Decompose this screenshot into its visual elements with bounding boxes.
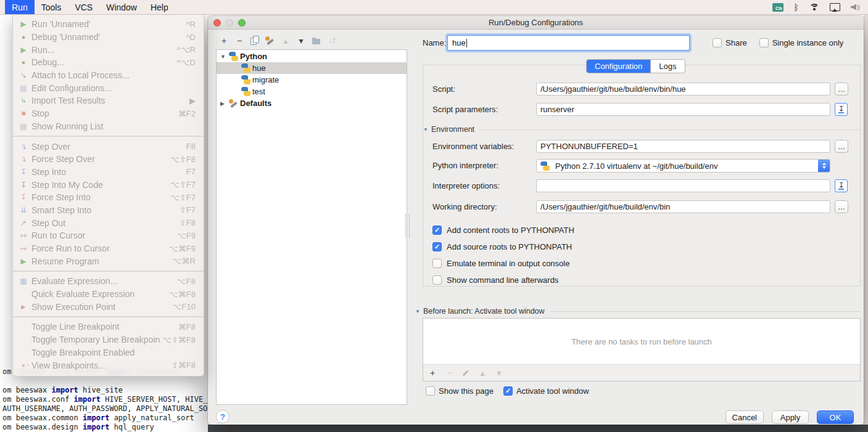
tasks-toolbar-button[interactable]: + (428, 369, 437, 377)
tree-toolbar-button[interactable]: ▾ (296, 35, 307, 46)
python-interpreter-label: Python interpreter: (432, 161, 498, 170)
menu-item[interactable]: Show Running List (13, 120, 204, 133)
menubar-item[interactable]: Run (5, 0, 35, 14)
working-directory-browse-button[interactable]: … (835, 200, 848, 213)
checkbox[interactable] (432, 259, 442, 268)
wifi-icon[interactable] (809, 4, 819, 11)
volume-icon[interactable]: )) (851, 4, 859, 10)
environment-variables-browse-button[interactable]: … (835, 140, 848, 153)
tree-row[interactable]: hue (217, 62, 407, 74)
tree-row[interactable]: ▶ Defaults (217, 97, 407, 109)
menu-item-label: Step Out (31, 218, 177, 228)
airplay-icon[interactable] (830, 3, 840, 11)
menu-item[interactable]: Force Step Into ⌥⇧F7 (13, 191, 204, 204)
interpreter-options-input[interactable] (536, 179, 830, 192)
collapse-triangle-icon[interactable]: ▼ (423, 127, 428, 132)
menu-item[interactable]: Smart Step Into ⇧F7 (13, 204, 204, 217)
tree-toolbar-button[interactable] (265, 35, 276, 46)
tasks-toolbar-button[interactable]: ▾ (495, 369, 503, 377)
menubar-item[interactable]: Tools (35, 0, 68, 14)
environment-variables-input[interactable]: PYTHONUNBUFFERED=1 (536, 140, 830, 153)
menu-item[interactable]: Run to Cursor ⌥F9 (13, 229, 204, 242)
checkbox[interactable] (432, 242, 442, 251)
menubar-item[interactable]: Window (99, 0, 144, 14)
checkbox[interactable] (432, 275, 442, 285)
menubar-item[interactable]: Help (144, 0, 175, 14)
script-input[interactable]: /Users/jgauthier/git/hue/build/env/bin/h… (536, 83, 830, 96)
menubar-item[interactable]: VCS (68, 0, 99, 14)
tree-toolbar-button[interactable] (249, 35, 260, 46)
menu-item[interactable]: Run... ^⌥R (13, 43, 204, 56)
menu-item[interactable] (13, 136, 204, 137)
script-parameters-input[interactable]: runserver (536, 103, 830, 116)
working-directory-input[interactable]: /Users/jgauthier/git/hue/build/env/bin (536, 200, 830, 213)
menu-item[interactable]: Show Execution Point ⌥F10 (13, 300, 204, 313)
option-checkbox-row: Share (713, 38, 747, 47)
tree-toolbar-button[interactable] (311, 35, 322, 46)
menu-item[interactable]: Toggle Line Breakpoint ⌘F8 (13, 320, 204, 333)
menu-item[interactable]: Attach to Local Process... (13, 69, 204, 82)
checkbox[interactable] (426, 386, 435, 396)
tree-row[interactable]: migrate (217, 74, 407, 86)
tree-row[interactable]: ▼ Python (217, 51, 407, 62)
menu-item[interactable]: Resume Program ⌥⌘R (13, 255, 204, 267)
menu-item[interactable]: Evaluate Expression... ⌥F8 (13, 275, 204, 288)
menu-item[interactable]: View Breakpoints... ⇧⌘F8 (13, 359, 204, 372)
tasks-toolbar-button[interactable]: ▴ (478, 369, 487, 377)
tree-toolbar-button[interactable]: + (218, 35, 229, 46)
menu-item[interactable]: Quick Evaluate Expression ⌥⌘F8 (13, 288, 204, 301)
dialog-button[interactable]: OK (817, 410, 854, 424)
dialog-button[interactable]: Apply (772, 410, 809, 424)
menu-item[interactable]: Edit Configurations... (13, 81, 204, 94)
menu-item-icon (18, 206, 29, 214)
script-browse-button[interactable]: … (835, 83, 848, 96)
menu-item-icon (18, 97, 29, 104)
menu-item[interactable]: Force Run to Cursor ⌥⌘F9 (13, 242, 204, 255)
code-text: om beeswax.conf (2, 395, 74, 404)
menu-item-icon (18, 245, 29, 252)
expand-field-button[interactable]: ↧ (835, 103, 848, 116)
menu-item[interactable]: Step Over F8 (13, 140, 204, 153)
tasks-toolbar-button[interactable] (461, 369, 470, 377)
tree-toolbar-button[interactable]: − (234, 35, 245, 46)
checkbox[interactable] (432, 226, 442, 235)
panel-splitter-handle[interactable] (405, 214, 410, 238)
tree-expand-arrow[interactable]: ▼ (220, 54, 229, 60)
tree-toolbar-button[interactable]: ▴ (280, 35, 291, 46)
checkbox[interactable] (713, 38, 722, 47)
menu-item[interactable]: Toggle Temporary Line Breakpoint ⌥⇧⌘F8 (13, 333, 204, 346)
menu-item[interactable]: Step Into My Code ⌥⇧F7 (13, 178, 204, 191)
help-button[interactable]: ? (216, 410, 229, 423)
tree-expand-arrow[interactable]: ▶ (220, 100, 229, 107)
cb-app-icon[interactable]: Cb (772, 3, 783, 12)
tab[interactable]: Logs (650, 60, 684, 73)
tree-toolbar-button[interactable] (326, 35, 337, 46)
menu-item[interactable] (13, 271, 204, 272)
menu-item[interactable]: Toggle Breakpoint Enabled (13, 346, 204, 359)
name-value: hue (452, 38, 466, 47)
tree-row[interactable]: test (217, 86, 407, 97)
python-interpreter-dropdown[interactable]: Python 2.7.10 virtualenv at ~/git/hue/bu… (536, 159, 830, 173)
tree-toolbar: + − ▴ ▾ (218, 35, 337, 46)
menu-item[interactable]: Debug... ^⌥D (13, 56, 204, 69)
name-input[interactable]: hue (447, 35, 690, 51)
tasks-toolbar-button[interactable]: − (445, 369, 453, 377)
menu-item[interactable]: Run 'Unnamed' ^R (13, 18, 204, 31)
bluetooth-icon[interactable]: ᛒ (794, 3, 799, 12)
menu-item[interactable]: Import Test Results ▶ (13, 94, 204, 107)
collapse-triangle-icon[interactable]: ▼ (415, 309, 420, 314)
dialog-button[interactable]: Cancel (725, 410, 764, 424)
checkbox[interactable] (759, 38, 769, 47)
menu-item[interactable]: Step Into F7 (13, 166, 204, 179)
config-tabs: Configuration Logs (586, 59, 685, 73)
menu-item[interactable]: Stop ⌘F2 (13, 107, 204, 120)
menu-item[interactable]: Force Step Over ⌥⇧F8 (13, 153, 204, 166)
menu-item[interactable]: Debug 'Unnamed' ^D (13, 31, 204, 44)
tab[interactable]: Configuration (587, 60, 650, 73)
menu-item[interactable] (13, 316, 204, 317)
menubar-menus: Run Tools VCS Window Help (5, 0, 175, 14)
menu-item[interactable]: Step Out ⇧F8 (13, 216, 204, 229)
expand-field-button[interactable]: ↧ (835, 179, 848, 192)
checkbox[interactable] (503, 386, 513, 396)
interpreter-dropdown-stepper[interactable] (818, 159, 830, 173)
